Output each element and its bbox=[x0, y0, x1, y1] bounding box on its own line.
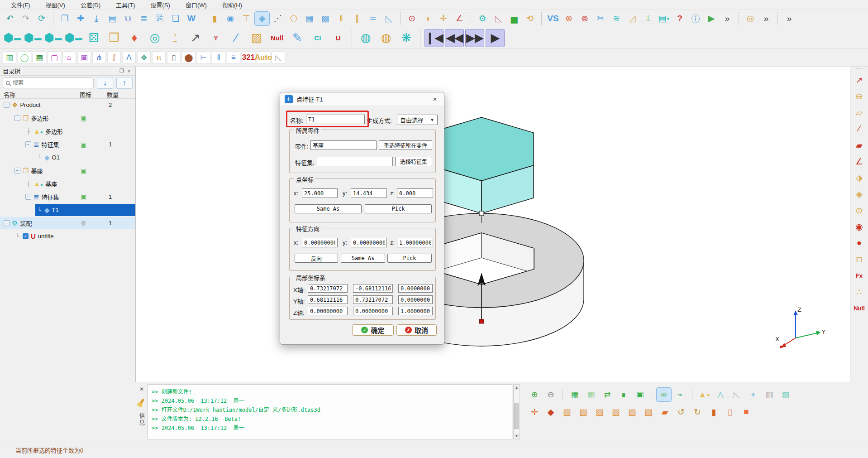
reselect-part-button[interactable]: 重选特征所在零件 bbox=[379, 140, 432, 150]
plane-vector-icon[interactable]: ◈ bbox=[853, 187, 866, 201]
cube-view-5-icon[interactable]: ▧ bbox=[625, 405, 639, 419]
scroll-down-icon[interactable]: ▼ bbox=[514, 433, 520, 439]
tree-row-polygon-part[interactable]: −❒多边形▣ bbox=[0, 112, 135, 124]
auto-bolt-teal-icon[interactable]: ◍ bbox=[356, 29, 375, 47]
tree-row-content[interactable]: −❒基座 bbox=[14, 164, 135, 177]
dialog-close-icon[interactable]: × bbox=[430, 95, 439, 104]
view-remove-icon[interactable]: ⊖ bbox=[544, 388, 558, 401]
lock-view-icon[interactable]: ∎ bbox=[616, 388, 631, 401]
genmode-select[interactable]: 自由选择 ▼ bbox=[397, 115, 438, 125]
step-forward-button[interactable]: ▶▶ bbox=[465, 29, 484, 47]
tree-row-base-part[interactable]: −❒基座▣ bbox=[0, 164, 135, 177]
protractor-icon[interactable]: ◖ bbox=[420, 12, 435, 25]
grid-on-icon[interactable]: ▦ bbox=[568, 388, 582, 401]
press-tool-icon[interactable]: ⊥ bbox=[641, 12, 655, 25]
link-views-icon[interactable]: ∞ bbox=[657, 388, 671, 401]
crop-view-icon[interactable]: ✂ bbox=[593, 12, 608, 25]
compare-report-icon[interactable]: VS bbox=[546, 12, 560, 25]
move-view-icon[interactable]: ✛ bbox=[527, 405, 542, 419]
panel-gap-icon[interactable]: ‖ bbox=[212, 51, 225, 64]
log-close-icon[interactable]: ✕ bbox=[139, 386, 144, 392]
tree-row-content[interactable]: └✓Uuntitle bbox=[14, 230, 135, 242]
part-input[interactable] bbox=[310, 140, 377, 150]
redo-icon[interactable]: ↷ bbox=[19, 12, 33, 25]
measure-shapes-icon[interactable]: △ bbox=[713, 388, 728, 401]
menu-help[interactable]: 帮助(H) bbox=[216, 0, 248, 10]
view-add-icon[interactable]: ⊕ bbox=[527, 388, 542, 401]
rotate-ccw-icon[interactable]: ↺ bbox=[674, 405, 688, 419]
page-lock-icon[interactable]: ▣ bbox=[633, 388, 647, 401]
panel-close-icon[interactable]: × bbox=[125, 67, 133, 75]
tree-row-content[interactable]: −❒多边形 bbox=[14, 112, 135, 124]
user-feature-icon[interactable]: U bbox=[329, 29, 348, 47]
new-project-icon[interactable]: ✚ bbox=[73, 12, 88, 25]
y-axis-value-1-input[interactable] bbox=[308, 295, 348, 304]
press-table-icon[interactable]: ⊓ bbox=[853, 252, 866, 266]
pin-group-icon[interactable]: ‖ bbox=[334, 12, 348, 25]
plane-pair-icon[interactable]: ≂ bbox=[366, 12, 380, 25]
tree-row-content[interactable]: ├▲●多边形 bbox=[24, 125, 135, 137]
y-axis-value-2-input[interactable] bbox=[353, 295, 393, 304]
tree-row-content[interactable]: └◆O1 bbox=[35, 151, 135, 164]
reverse-direction-button[interactable]: 反向 bbox=[295, 254, 338, 263]
dir-x-input[interactable] bbox=[302, 238, 338, 247]
help-update-icon[interactable]: ? bbox=[672, 12, 687, 25]
more-tools-icon[interactable]: » bbox=[720, 12, 734, 25]
ci-feature-icon[interactable]: CI bbox=[308, 29, 327, 47]
feature-point-marker[interactable] bbox=[480, 319, 484, 323]
mesh-gold-icon[interactable]: ▨ bbox=[247, 29, 266, 47]
tree-row-featureset-1[interactable]: −≣特征集▣1 bbox=[0, 138, 135, 150]
tray-model-icon[interactable]: ▥ bbox=[3, 51, 16, 64]
tree-row-untitle[interactable]: └✓Uuntitle bbox=[0, 230, 135, 242]
scroll-thumb[interactable] bbox=[514, 403, 519, 429]
car-body-icon[interactable]: ⌂ bbox=[62, 51, 76, 64]
featureset-input[interactable] bbox=[316, 157, 393, 166]
dir-y-input[interactable] bbox=[351, 238, 387, 247]
word-ppt-icon[interactable]: W bbox=[184, 12, 199, 25]
cube-axes-icon[interactable]: ◆ bbox=[544, 405, 558, 419]
ring-part-icon[interactable]: ◎ bbox=[743, 12, 758, 25]
door-frame-icon[interactable]: ▢ bbox=[48, 51, 61, 64]
stud-feature-icon[interactable]: ⊤ bbox=[239, 12, 253, 25]
bolt-feature-1-icon[interactable]: ⬢▬ bbox=[3, 29, 22, 47]
cancel-button[interactable]: ✗ 取消 bbox=[396, 324, 437, 336]
dial-gauge-icon[interactable]: ⊙ bbox=[405, 12, 419, 25]
pipe-t-icon[interactable]: ⊢ bbox=[197, 51, 210, 64]
star-points-icon[interactable]: ❋ bbox=[397, 29, 416, 47]
report-doc-icon[interactable]: ▤ bbox=[105, 12, 119, 25]
triangle-gray-icon[interactable]: ◺ bbox=[272, 51, 285, 64]
mesh-feature-icon[interactable]: ▦ bbox=[302, 12, 317, 25]
log-scrollbar[interactable]: ▲ ▼ bbox=[513, 384, 520, 439]
tree-row-featureset-2[interactable]: −≣特征集▣1 bbox=[0, 191, 135, 203]
point-y-input[interactable] bbox=[351, 188, 387, 198]
export-model-icon[interactable]: ❏ bbox=[168, 12, 183, 25]
point-feature-icon[interactable]: ◈ bbox=[255, 12, 269, 25]
tree-row-o1[interactable]: └◆O1 bbox=[0, 151, 135, 164]
lever-line-icon[interactable]: ∕ bbox=[853, 122, 866, 135]
auto-bolt-gold-icon[interactable]: ◍ bbox=[377, 29, 396, 47]
pin-fork-icon[interactable]: Y bbox=[206, 29, 225, 47]
angle-measure-icon[interactable]: ∠ bbox=[452, 12, 467, 25]
play-demo-icon[interactable]: ▶ bbox=[704, 12, 719, 25]
circle-red-icon[interactable]: ● bbox=[853, 236, 866, 250]
panel-float-icon[interactable]: ❐ bbox=[118, 67, 125, 75]
rotate-cw-icon[interactable]: ↻ bbox=[690, 405, 705, 419]
mesh-point-feature-icon[interactable]: ▩ bbox=[318, 12, 333, 25]
tree-row-content[interactable]: −❖Product bbox=[3, 99, 135, 111]
z-axis-value-3-input[interactable] bbox=[398, 307, 433, 315]
link-line-icon[interactable]: ∕ bbox=[227, 29, 246, 47]
optimization-icon[interactable]: ⟲ bbox=[523, 12, 537, 25]
hide-target-icon[interactable]: ⌖ bbox=[746, 388, 760, 401]
null-axis-icon[interactable]: Null bbox=[853, 301, 866, 315]
gauge-ring-icon[interactable]: ◎ bbox=[145, 29, 164, 47]
collapse-icon[interactable]: − bbox=[14, 115, 20, 121]
cube-solid-icon[interactable]: ■ bbox=[739, 405, 754, 419]
hide-setsquare-icon[interactable]: ◺ bbox=[730, 388, 744, 401]
grid-off-icon[interactable]: ▦ bbox=[584, 388, 598, 401]
pin-point-icon[interactable]: ⍘ bbox=[166, 29, 185, 47]
export-report-icon[interactable]: ⧉ bbox=[121, 12, 135, 25]
tree-node-icon[interactable]: ∴ bbox=[853, 285, 866, 299]
dialog-titlebar[interactable]: ✛ 点特征-T1 × bbox=[280, 92, 444, 106]
digits-321-icon[interactable]: 321 bbox=[242, 51, 255, 64]
sketch-note-icon[interactable]: ✎ bbox=[288, 29, 307, 47]
